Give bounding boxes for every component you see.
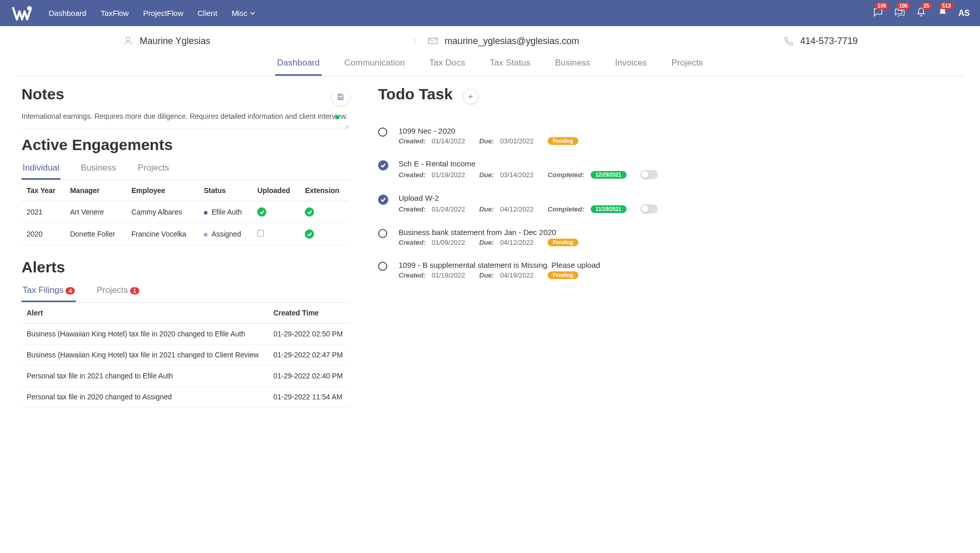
nav-misc[interactable]: Misc [232,9,255,17]
notifications-badge: 513 [940,3,953,9]
right-column: Todo Task + 1099 Nec - 2020Created: 01/1… [378,86,958,408]
alert-row[interactable]: Business (Hawaiian King Hotel) tax file … [22,324,349,345]
subtab-invoices[interactable]: Invoices [613,53,649,76]
engagement-row[interactable]: 2020Donette FollerFrancine VocelkaAssign… [22,223,349,245]
client-subtabs: Dashboard Communication Tax Docs Tax Sta… [15,53,965,76]
cell-manager: Donette Foller [65,223,127,245]
todo-item: Business bank statement from Jan - Dec 2… [378,221,958,253]
todo-checkbox [378,195,388,205]
alert-time: 01-29-2022 02:50 PM [268,324,349,345]
check-icon [305,207,314,217]
engagement-row[interactable]: 2021Art VenereCammy AlbaresEfile Auth [22,201,349,223]
todo-meta: Created: 01/19/2022 Due: 03/14/2022 Comp… [399,170,958,179]
check-icon [257,207,266,217]
nav-messages-icon[interactable]: 106 [894,7,905,20]
subtab-projects[interactable]: Projects [670,53,705,76]
client-name: Maurine Yglesias [122,35,211,47]
cell-employee: Francine Vocelka [127,223,199,245]
alert-row[interactable]: Business (Hawaiian King Hotel) tax file … [22,345,349,366]
alerts-title: Alerts [22,259,349,276]
notes-header: Notes [22,86,349,108]
client-email: maurine_yglesias@yglesias.com [414,35,579,47]
messages-badge: 106 [896,3,910,9]
list-icon [414,35,421,47]
notes-textarea[interactable]: International earnings. Requires more du… [22,108,349,129]
alert-text: Personal tax file in 2020 changed to Ass… [22,387,268,408]
alerts-tab-taxfilings[interactable]: Tax Filings4 [22,281,76,302]
alert-row[interactable]: Personal tax file in 2020 changed to Ass… [22,387,349,408]
subtab-taxdocs[interactable]: Tax Docs [427,53,467,76]
svg-point-0 [27,6,31,10]
nav-dashboard[interactable]: Dashboard [49,9,86,17]
todo-body: 1099 Nec - 2020Created: 01/14/2022 Due: … [399,126,958,145]
engagement-tab-business[interactable]: Business [80,159,117,180]
client-phone-text: 414-573-7719 [800,36,858,47]
subtab-communication[interactable]: Communication [342,53,407,76]
cell-year: 2021 [22,201,65,223]
nav-chat-icon[interactable]: 106 [872,7,884,20]
todo-toggle[interactable] [640,170,658,179]
left-column: Notes International earnings. Requires m… [22,86,349,408]
engagement-tab-individual[interactable]: Individual [22,159,60,180]
cell-extension [300,223,349,245]
subtab-dashboard[interactable]: Dashboard [275,53,322,76]
todo-body: 1099 - B supplemental statement is Missi… [399,261,958,279]
alerts-tabs: Tax Filings4 Projects1 [22,281,349,303]
logo[interactable] [10,4,33,22]
cell-year: 2020 [22,223,65,245]
save-notes-button[interactable] [332,88,349,105]
mail-icon [427,35,439,47]
subtab-taxstatus[interactable]: Tax Status [488,53,532,76]
nav-links: Dashboard TaxFlow ProjectFlow Client Mis… [49,9,255,17]
pending-pill: Pending [548,239,578,246]
subtab-business[interactable]: Business [553,53,592,76]
user-avatar[interactable]: AS [958,9,970,18]
todo-check-empty-icon[interactable] [378,229,387,238]
add-todo-button[interactable]: + [463,89,478,104]
nav-right: 106 106 25 513 AS [872,7,970,20]
completed-pill: 12/29/2021 [591,171,627,179]
alert-time: 01-29-2022 11:54 AM [268,387,349,408]
engagements-header: Uploaded [252,180,300,201]
resize-handle[interactable] [343,122,349,129]
top-nav: Dashboard TaxFlow ProjectFlow Client Mis… [0,0,980,26]
todo-check-done-icon[interactable] [378,195,388,205]
completed-pill: 11/19/2021 [591,205,627,213]
checkbox-empty[interactable] [257,230,264,237]
todo-check-empty-icon[interactable] [378,127,387,137]
todo-item-title: Upload W-2 [399,194,958,202]
check-icon [305,229,314,239]
todo-meta: Created: 01/14/2022 Due: 03/01/2022 Pend… [399,137,958,145]
nav-projectflow[interactable]: ProjectFlow [143,9,183,17]
todo-item: Sch E - Rental IncomeCreated: 01/19/2022… [378,152,958,186]
todo-item-title: 1099 - B supplemental statement is Missi… [399,261,958,269]
alerts-header-time: Created Time [268,303,349,324]
engagements-header: Tax Year [22,180,65,201]
todo-item: 1099 Nec - 2020Created: 01/14/2022 Due: … [378,119,958,152]
todo-title: Todo Task [378,86,453,103]
phone-icon [783,35,794,47]
alert-row[interactable]: Personal tax file in 2021 changed to Efi… [22,366,349,387]
pending-pill: Pending [548,271,578,279]
alert-text: Personal tax file in 2021 changed to Efi… [22,366,268,387]
todo-body: Upload W-2Created: 01/24/2022 Due: 04/12… [399,194,958,214]
alerts-tab-projects[interactable]: Projects1 [95,281,140,302]
cell-uploaded [252,201,300,223]
engagement-tab-projects[interactable]: Projects [137,159,170,180]
todo-checkbox [378,229,388,238]
todo-checkbox [378,160,388,171]
alerts-badge: 25 [921,3,932,9]
todo-check-done-icon[interactable] [378,160,388,171]
nav-client[interactable]: Client [198,9,217,17]
todo-meta: Created: 01/09/2022 Due: 04/12/2022 Pend… [399,239,958,246]
nav-notifications-icon[interactable]: 513 [937,7,948,20]
svg-point-1 [126,37,130,41]
todo-check-empty-icon[interactable] [378,262,387,271]
engagements-table: Tax YearManagerEmployeeStatusUploadedExt… [22,180,349,245]
todo-toggle[interactable] [640,204,658,214]
nav-taxflow[interactable]: TaxFlow [100,9,129,17]
alerts-table: Alert Created Time Business (Hawaiian Ki… [22,303,349,408]
chat-badge: 106 [875,3,889,9]
grammarly-indicator [335,115,339,119]
nav-alerts-icon[interactable]: 25 [915,7,927,20]
